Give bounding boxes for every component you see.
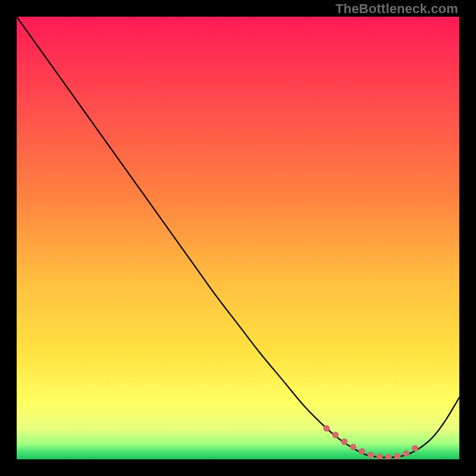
marker-dot <box>350 444 356 450</box>
attribution-text: TheBottleneck.com <box>336 1 458 17</box>
marker-dot <box>332 432 339 439</box>
chart-container: TheBottleneck.com <box>0 0 476 476</box>
marker-dot <box>341 439 347 445</box>
marker-dot <box>412 445 418 452</box>
marker-dot <box>323 425 330 431</box>
chart-svg <box>17 17 459 459</box>
marker-dot <box>359 448 365 455</box>
gradient-background <box>17 17 459 459</box>
marker-dot <box>394 453 400 459</box>
marker-dot <box>403 450 409 457</box>
marker-dot <box>368 452 374 458</box>
plot-area <box>17 17 459 459</box>
